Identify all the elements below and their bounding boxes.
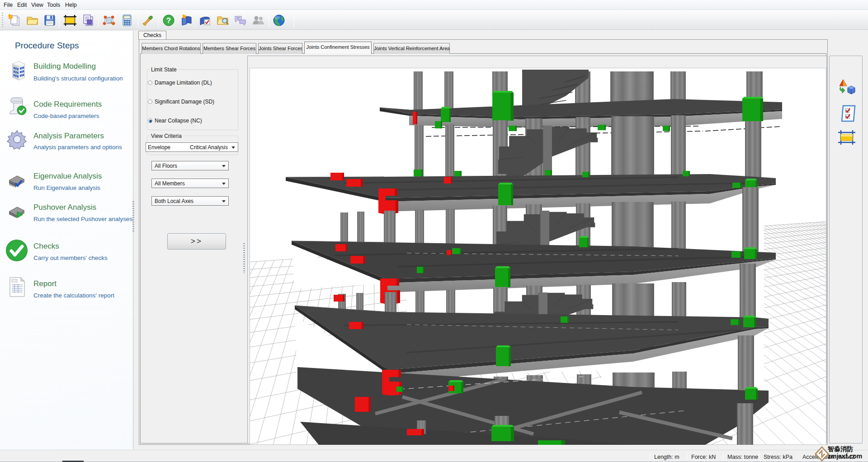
svg-text:?: ? [166, 16, 171, 25]
